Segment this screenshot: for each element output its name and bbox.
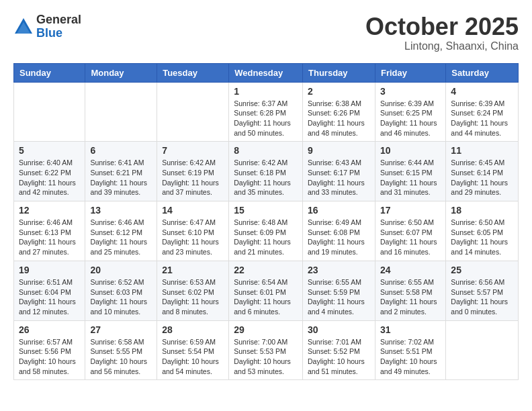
calendar-cell: 29Sunrise: 7:00 AM Sunset: 5:53 PM Dayli… — [229, 320, 303, 380]
day-number: 22 — [234, 265, 298, 275]
day-number: 21 — [162, 265, 224, 275]
calendar-cell: 26Sunrise: 6:57 AM Sunset: 5:56 PM Dayli… — [14, 320, 85, 380]
calendar-cell: 16Sunrise: 6:49 AM Sunset: 6:08 PM Dayli… — [303, 201, 375, 261]
calendar-cell: 17Sunrise: 6:50 AM Sunset: 6:07 PM Dayli… — [375, 201, 445, 261]
weekday-header: Monday — [85, 63, 157, 82]
day-info: Sunrise: 6:52 AM Sunset: 6:03 PM Dayligh… — [90, 277, 152, 317]
day-info: Sunrise: 6:58 AM Sunset: 5:55 PM Dayligh… — [90, 337, 152, 377]
day-info: Sunrise: 6:55 AM Sunset: 5:59 PM Dayligh… — [308, 277, 370, 317]
day-number: 7 — [162, 145, 224, 156]
calendar-cell: 28Sunrise: 6:59 AM Sunset: 5:54 PM Dayli… — [157, 320, 229, 380]
day-info: Sunrise: 6:39 AM Sunset: 6:24 PM Dayligh… — [451, 99, 513, 138]
calendar-cell: 25Sunrise: 6:56 AM Sunset: 5:57 PM Dayli… — [446, 261, 519, 320]
day-info: Sunrise: 6:39 AM Sunset: 6:25 PM Dayligh… — [380, 99, 441, 138]
calendar-cell: 23Sunrise: 6:55 AM Sunset: 5:59 PM Dayli… — [303, 261, 375, 320]
day-number: 24 — [380, 265, 441, 275]
day-number: 4 — [451, 86, 513, 97]
day-info: Sunrise: 6:50 AM Sunset: 6:07 PM Dayligh… — [380, 218, 441, 257]
day-number: 9 — [308, 145, 370, 156]
calendar-cell: 2Sunrise: 6:38 AM Sunset: 6:26 PM Daylig… — [303, 82, 375, 142]
calendar-cell: 6Sunrise: 6:41 AM Sunset: 6:21 PM Daylig… — [85, 142, 157, 201]
calendar-cell: 12Sunrise: 6:46 AM Sunset: 6:13 PM Dayli… — [14, 201, 85, 261]
day-info: Sunrise: 6:57 AM Sunset: 5:56 PM Dayligh… — [19, 337, 80, 377]
day-info: Sunrise: 6:46 AM Sunset: 6:12 PM Dayligh… — [90, 218, 152, 257]
weekday-header: Saturday — [446, 63, 519, 82]
month-title: October 2025 — [365, 13, 519, 40]
logo-general: General — [36, 13, 81, 27]
calendar-cell: 13Sunrise: 6:46 AM Sunset: 6:12 PM Dayli… — [85, 201, 157, 261]
day-info: Sunrise: 6:40 AM Sunset: 6:22 PM Dayligh… — [19, 158, 80, 197]
day-number: 16 — [308, 205, 370, 216]
day-number: 5 — [19, 145, 80, 156]
weekday-header: Sunday — [14, 63, 85, 82]
calendar-cell: 30Sunrise: 7:01 AM Sunset: 5:52 PM Dayli… — [303, 320, 375, 380]
day-number: 28 — [162, 324, 224, 335]
day-number: 10 — [380, 145, 441, 156]
day-info: Sunrise: 6:43 AM Sunset: 6:17 PM Dayligh… — [308, 158, 370, 197]
day-number: 14 — [162, 205, 224, 216]
day-number: 18 — [451, 205, 513, 216]
calendar-cell: 4Sunrise: 6:39 AM Sunset: 6:24 PM Daylig… — [446, 82, 519, 142]
day-info: Sunrise: 6:38 AM Sunset: 6:26 PM Dayligh… — [308, 99, 370, 138]
weekday-header-row: SundayMondayTuesdayWednesdayThursdayFrid… — [14, 63, 519, 82]
day-info: Sunrise: 7:01 AM Sunset: 5:52 PM Dayligh… — [308, 337, 370, 377]
weekday-header: Tuesday — [157, 63, 229, 82]
day-number: 26 — [19, 324, 80, 335]
day-number: 20 — [90, 265, 152, 275]
day-number: 1 — [234, 86, 298, 97]
day-info: Sunrise: 6:42 AM Sunset: 6:19 PM Dayligh… — [162, 158, 224, 197]
day-info: Sunrise: 7:00 AM Sunset: 5:53 PM Dayligh… — [234, 337, 298, 377]
weekday-header: Wednesday — [229, 63, 303, 82]
calendar-cell: 22Sunrise: 6:54 AM Sunset: 6:01 PM Dayli… — [229, 261, 303, 320]
calendar-cell: 8Sunrise: 6:42 AM Sunset: 6:18 PM Daylig… — [229, 142, 303, 201]
calendar-cell — [85, 82, 157, 142]
calendar-cell: 21Sunrise: 6:53 AM Sunset: 6:02 PM Dayli… — [157, 261, 229, 320]
day-info: Sunrise: 6:48 AM Sunset: 6:09 PM Dayligh… — [234, 218, 298, 257]
day-number: 3 — [380, 86, 441, 97]
day-number: 6 — [90, 145, 152, 156]
logo: General Blue — [13, 13, 81, 40]
calendar-cell: 18Sunrise: 6:50 AM Sunset: 6:05 PM Dayli… — [446, 201, 519, 261]
logo-blue: Blue — [36, 27, 81, 40]
day-number: 2 — [308, 86, 370, 97]
day-info: Sunrise: 6:56 AM Sunset: 5:57 PM Dayligh… — [451, 277, 513, 317]
calendar-cell: 3Sunrise: 6:39 AM Sunset: 6:25 PM Daylig… — [375, 82, 445, 142]
calendar-cell: 14Sunrise: 6:47 AM Sunset: 6:10 PM Dayli… — [157, 201, 229, 261]
day-number: 13 — [90, 205, 152, 216]
day-info: Sunrise: 6:53 AM Sunset: 6:02 PM Dayligh… — [162, 277, 224, 317]
calendar: SundayMondayTuesdayWednesdayThursdayFrid… — [13, 63, 519, 381]
calendar-week-row: 1Sunrise: 6:37 AM Sunset: 6:28 PM Daylig… — [14, 82, 519, 142]
day-info: Sunrise: 6:46 AM Sunset: 6:13 PM Dayligh… — [19, 218, 80, 257]
title-block: October 2025 Lintong, Shaanxi, China — [365, 13, 519, 52]
calendar-cell: 10Sunrise: 6:44 AM Sunset: 6:15 PM Dayli… — [375, 142, 445, 201]
day-info: Sunrise: 6:54 AM Sunset: 6:01 PM Dayligh… — [234, 277, 298, 317]
calendar-cell: 9Sunrise: 6:43 AM Sunset: 6:17 PM Daylig… — [303, 142, 375, 201]
calendar-cell — [157, 82, 229, 142]
day-number: 29 — [234, 324, 298, 335]
day-number: 15 — [234, 205, 298, 216]
day-number: 31 — [380, 324, 441, 335]
day-info: Sunrise: 6:59 AM Sunset: 5:54 PM Dayligh… — [162, 337, 224, 377]
day-number: 8 — [234, 145, 298, 156]
day-info: Sunrise: 6:50 AM Sunset: 6:05 PM Dayligh… — [451, 218, 513, 257]
day-number: 12 — [19, 205, 80, 216]
calendar-cell: 27Sunrise: 6:58 AM Sunset: 5:55 PM Dayli… — [85, 320, 157, 380]
location: Lintong, Shaanxi, China — [365, 40, 519, 52]
day-number: 25 — [451, 265, 513, 275]
calendar-cell: 5Sunrise: 6:40 AM Sunset: 6:22 PM Daylig… — [14, 142, 85, 201]
day-info: Sunrise: 6:37 AM Sunset: 6:28 PM Dayligh… — [234, 99, 298, 138]
day-number: 11 — [451, 145, 513, 156]
calendar-cell: 11Sunrise: 6:45 AM Sunset: 6:14 PM Dayli… — [446, 142, 519, 201]
day-info: Sunrise: 6:42 AM Sunset: 6:18 PM Dayligh… — [234, 158, 298, 197]
calendar-cell: 7Sunrise: 6:42 AM Sunset: 6:19 PM Daylig… — [157, 142, 229, 201]
day-info: Sunrise: 6:51 AM Sunset: 6:04 PM Dayligh… — [19, 277, 80, 317]
day-number: 27 — [90, 324, 152, 335]
day-info: Sunrise: 6:55 AM Sunset: 5:58 PM Dayligh… — [380, 277, 441, 317]
calendar-cell: 31Sunrise: 7:02 AM Sunset: 5:51 PM Dayli… — [375, 320, 445, 380]
weekday-header: Thursday — [303, 63, 375, 82]
day-info: Sunrise: 6:49 AM Sunset: 6:08 PM Dayligh… — [308, 218, 370, 257]
day-info: Sunrise: 6:44 AM Sunset: 6:15 PM Dayligh… — [380, 158, 441, 197]
calendar-cell: 15Sunrise: 6:48 AM Sunset: 6:09 PM Dayli… — [229, 201, 303, 261]
calendar-week-row: 26Sunrise: 6:57 AM Sunset: 5:56 PM Dayli… — [14, 320, 519, 380]
day-info: Sunrise: 6:45 AM Sunset: 6:14 PM Dayligh… — [451, 158, 513, 197]
